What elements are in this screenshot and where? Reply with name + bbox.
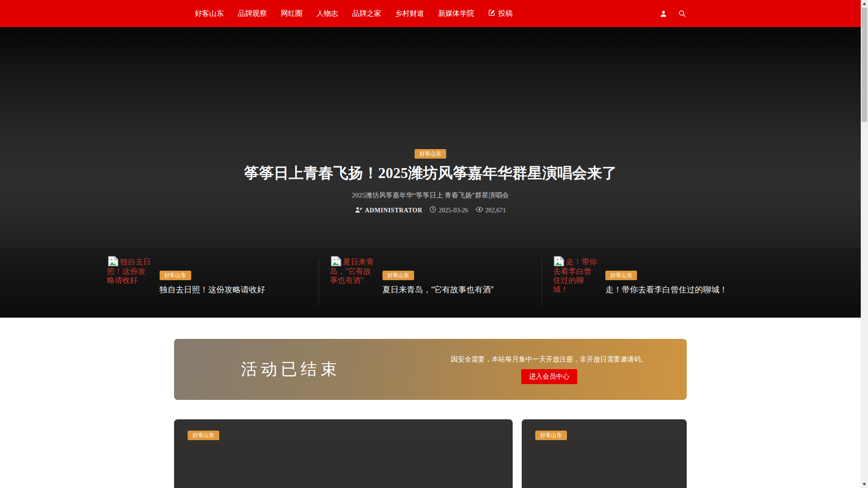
nav-item-submit-post[interactable]: 投稿 (485, 7, 516, 20)
broken-image-placeholder[interactable]: 独自去日照！这份攻略请收好 (107, 255, 152, 310)
post-cards-grid: 好客山东 好客山东 (174, 419, 687, 488)
scrollbar-thumb[interactable] (862, 8, 867, 122)
hero-content: 好客山东 筝筝日上青春飞扬！2025潍坊风筝嘉年华群星演唱会来了 2025潍坊风… (0, 27, 861, 215)
nav-item-haoke-shandong[interactable]: 好客山东 (191, 7, 227, 20)
related-post-card-1[interactable]: 独自去日照！这份攻略请收好 好客山东 独自去日照！这份攻略请收好 (96, 248, 319, 318)
nav-item-new-media-academy[interactable]: 新媒体学院 (434, 7, 478, 20)
broken-image-placeholder[interactable]: 夏日来青岛，“它有故事也有酒” (330, 255, 375, 310)
nav-item-label: 投稿 (498, 9, 513, 19)
hero-post-meta: ADMINISTRATOR 2025-03-26 (0, 206, 861, 215)
event-notice-banner: 活动已结束 因安全需要，本站每月集中一天开放注册，非开放日需要邀请码。 进入会员… (174, 339, 687, 400)
user-account-icon[interactable] (659, 9, 668, 18)
banner-note: 因安全需要，本站每月集中一天开放注册，非开放日需要邀请码。 (451, 355, 648, 364)
hero-post-title[interactable]: 筝筝日上青春飞扬！2025潍坊风筝嘉年华群星演唱会来了 (0, 163, 861, 183)
related-post-title[interactable]: 独自去日照！这份攻略请收好 (160, 284, 265, 295)
post-author-name: ADMINISTRATOR (365, 207, 422, 214)
related-post-title[interactable]: 夏日来青岛，“它有故事也有酒” (382, 284, 494, 295)
post-date-value: 2025-03-26 (439, 207, 468, 214)
eye-icon (476, 206, 483, 214)
category-badge[interactable]: 好客山东 (382, 271, 414, 280)
nav-item-rural-finance[interactable]: 乡村财道 (392, 7, 428, 20)
search-icon[interactable] (678, 9, 687, 18)
post-author[interactable]: ADMINISTRATOR (355, 206, 422, 215)
related-post-card-3[interactable]: 走！带你去看李白曾住过的聊城！ 好客山东 走！带你去看李白曾住过的聊城！ (542, 248, 764, 318)
hero-post-subtitle: 2025潍坊风筝嘉年华“筝筝日上 青春飞扬”群星演唱会 (0, 190, 861, 200)
banner-right: 因安全需要，本站每月集中一天开放注册，非开放日需要邀请码。 进入会员中心 (463, 339, 635, 400)
post-views-value: 202,671 (486, 207, 506, 214)
nav-item-people[interactable]: 人物志 (313, 7, 342, 20)
hero-category-badge[interactable]: 好客山东 (415, 149, 446, 159)
scrollbar-down-arrow[interactable] (861, 481, 868, 488)
broken-image-placeholder[interactable]: 走！带你去看李白曾住过的聊城！ (553, 255, 598, 310)
clock-icon (429, 206, 436, 215)
edit-square-icon (488, 9, 495, 18)
category-badge[interactable]: 好客山东 (160, 271, 191, 280)
related-post-card-2[interactable]: 夏日来青岛，“它有故事也有酒” 好客山东 夏日来青岛，“它有故事也有酒” (319, 248, 542, 318)
topbar-actions (659, 0, 687, 27)
nav-item-brand-watch[interactable]: 品牌观察 (234, 7, 270, 20)
nav-item-brand-home[interactable]: 品牌之家 (349, 7, 385, 20)
vertical-scrollbar[interactable] (861, 0, 868, 488)
banner-title: 活动已结束 (241, 358, 340, 380)
post-date: 2025-03-26 (429, 206, 468, 215)
nav-item-influencer-circle[interactable]: 网红圈 (277, 7, 306, 20)
member-center-button[interactable]: 进入会员中心 (521, 369, 577, 384)
related-posts-strip: 独自去日照！这份攻略请收好 好客山东 独自去日照！这份攻略请收好 (0, 248, 861, 318)
scrollbar-up-arrow[interactable] (861, 0, 868, 7)
page: 好客山东 品牌观察 网红圈 人物志 品牌之家 乡村财道 新媒体学院 投稿 (0, 0, 861, 488)
top-navbar: 好客山东 品牌观察 网红圈 人物志 品牌之家 乡村财道 新媒体学院 投稿 (0, 0, 861, 27)
post-card-small[interactable]: 好客山东 (522, 419, 687, 488)
category-badge[interactable]: 好客山东 (535, 431, 567, 440)
related-post-title[interactable]: 走！带你去看李白曾住过的聊城！ (605, 284, 727, 295)
user-edit-icon (355, 206, 363, 215)
post-card-large[interactable]: 好客山东 (174, 419, 513, 488)
category-badge[interactable]: 好客山东 (605, 271, 637, 280)
hero-featured-post: 好客山东 筝筝日上青春飞扬！2025潍坊风筝嘉年华群星演唱会来了 2025潍坊风… (0, 27, 861, 318)
main-menu: 好客山东 品牌观察 网红圈 人物志 品牌之家 乡村财道 新媒体学院 投稿 (191, 0, 516, 27)
category-badge[interactable]: 好客山东 (188, 431, 219, 440)
post-views: 202,671 (476, 206, 506, 214)
